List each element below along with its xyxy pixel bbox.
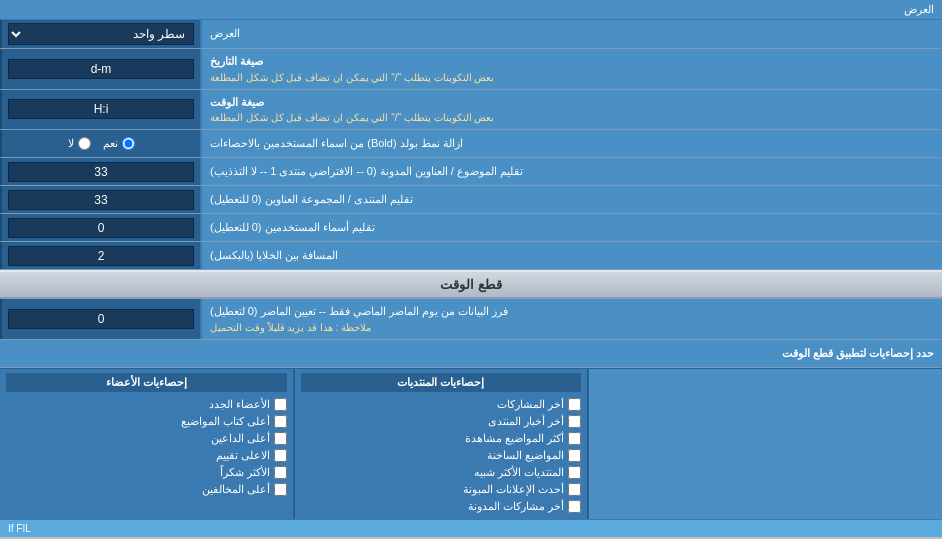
time-cutoff-input-wrap[interactable]: 0 bbox=[0, 299, 200, 339]
col2-check-0[interactable] bbox=[274, 398, 287, 411]
col1-check-1[interactable] bbox=[568, 415, 581, 428]
display-mode-row: العرض سطر واحد عدة أسطر bbox=[0, 20, 942, 49]
page-title: العرض bbox=[904, 3, 934, 16]
date-format-input[interactable]: d-m bbox=[8, 59, 194, 79]
col2-checkboxes: إحصاءيات الأعضاء الأعضاء الجدد أعلى كتاب… bbox=[0, 369, 293, 519]
time-format-input-wrap[interactable]: H:i bbox=[0, 90, 200, 130]
bold-remove-label: ازالة نمط بولد (Bold) من اسماء المستخدمي… bbox=[200, 130, 942, 157]
col1-check-2[interactable] bbox=[568, 432, 581, 445]
col1-item-5: أحدث الإعلانات المبونة bbox=[301, 481, 582, 498]
col1-item-6: أخر مشاركات المدونة bbox=[301, 498, 582, 515]
cell-spacing-input[interactable]: 2 bbox=[8, 246, 194, 266]
col2-check-2[interactable] bbox=[274, 432, 287, 445]
time-cutoff-input[interactable]: 0 bbox=[8, 309, 194, 329]
col2-check-3[interactable] bbox=[274, 449, 287, 462]
cell-spacing-input-wrap[interactable]: 2 bbox=[0, 242, 200, 269]
time-format-label: صيغة الوقت بعض التكوينات يتطلب "/" التي … bbox=[200, 90, 942, 130]
col1-check-0[interactable] bbox=[568, 398, 581, 411]
cell-spacing-label: المسافة بين الخلايا (بالبكسل) bbox=[200, 242, 942, 269]
subject-order-input[interactable]: 33 bbox=[8, 162, 194, 182]
users-order-row: تقليم أسماء المستخدمين (0 للتعطيل) 0 bbox=[0, 214, 942, 242]
col2-header: إحصاءيات الأعضاء bbox=[6, 373, 287, 392]
time-cutoff-label: فرز البيانات من يوم الماضر الماضي فقط --… bbox=[200, 299, 942, 339]
col1-check-5[interactable] bbox=[568, 483, 581, 496]
col2-item-4: الأكثر شكراً bbox=[6, 464, 287, 481]
subject-order-input-wrap[interactable]: 33 bbox=[0, 158, 200, 185]
col2-check-1[interactable] bbox=[274, 415, 287, 428]
bold-remove-row: ازالة نمط بولد (Bold) من اسماء المستخدمي… bbox=[0, 130, 942, 158]
users-order-label: تقليم أسماء المستخدمين (0 للتعطيل) bbox=[200, 214, 942, 241]
forum-order-input-wrap[interactable]: 33 bbox=[0, 186, 200, 213]
bold-radio-no[interactable]: لا bbox=[68, 137, 91, 150]
date-format-label: صيغة التاريخ بعض التكوينات يتطلب "/" الت… bbox=[200, 49, 942, 89]
bottom-note: If FIL bbox=[0, 519, 942, 537]
col2-item-1: أعلى كتاب المواضيع bbox=[6, 413, 287, 430]
display-mode-input[interactable]: سطر واحد عدة أسطر bbox=[0, 20, 200, 48]
users-order-input[interactable]: 0 bbox=[8, 218, 194, 238]
col2-item-5: أعلى المخالفين bbox=[6, 481, 287, 498]
col2-item-3: الاعلى تقييم bbox=[6, 447, 287, 464]
col2-item-0: الأعضاء الجدد bbox=[6, 396, 287, 413]
col1-header: إحصاءيات المنتديات bbox=[301, 373, 582, 392]
time-cutoff-row: فرز البيانات من يوم الماضر الماضي فقط --… bbox=[0, 299, 942, 340]
display-mode-label: العرض bbox=[200, 20, 942, 48]
col1-check-4[interactable] bbox=[568, 466, 581, 479]
col1-checkboxes: إحصاءيات المنتديات أخر المشاركات أخر أخب… bbox=[293, 369, 588, 519]
col2-check-5[interactable] bbox=[274, 483, 287, 496]
col1-item-1: أخر أخبار المنتدى bbox=[301, 413, 582, 430]
users-order-input-wrap[interactable]: 0 bbox=[0, 214, 200, 241]
forum-order-row: تقليم المنتدى / المجموعة العناوين (0 للت… bbox=[0, 186, 942, 214]
date-format-row: صيغة التاريخ بعض التكوينات يتطلب "/" الت… bbox=[0, 49, 942, 90]
bold-radio-yes[interactable]: نعم bbox=[103, 137, 135, 150]
col2-item-2: أعلى الداعين bbox=[6, 430, 287, 447]
stats-section-row: حدد إحصاءيات لتطبيق قطع الوقت bbox=[0, 340, 942, 368]
time-cutoff-section-header: قطع الوقت bbox=[0, 270, 942, 299]
top-header: العرض bbox=[0, 0, 942, 20]
cell-spacing-row: المسافة بين الخلايا (بالبكسل) 2 bbox=[0, 242, 942, 270]
stats-empty-label bbox=[587, 369, 942, 519]
col2-check-4[interactable] bbox=[274, 466, 287, 479]
subject-order-row: تقليم الموضوع / العناوين المدونة (0 -- ا… bbox=[0, 158, 942, 186]
time-format-input[interactable]: H:i bbox=[8, 99, 194, 119]
col1-item-3: المواضيع الساخنة bbox=[301, 447, 582, 464]
stats-section-label: حدد إحصاءيات لتطبيق قطع الوقت bbox=[8, 347, 934, 360]
forum-order-label: تقليم المنتدى / المجموعة العناوين (0 للت… bbox=[200, 186, 942, 213]
bold-remove-input-wrap[interactable]: نعم لا bbox=[0, 130, 200, 157]
bold-radio-group: نعم لا bbox=[68, 137, 135, 150]
col1-item-2: أكثر المواضيع مشاهدة bbox=[301, 430, 582, 447]
col1-check-3[interactable] bbox=[568, 449, 581, 462]
col1-item-4: المنتديات الأكثر شبيه bbox=[301, 464, 582, 481]
col1-check-6[interactable] bbox=[568, 500, 581, 513]
time-format-row: صيغة الوقت بعض التكوينات يتطلب "/" التي … bbox=[0, 90, 942, 131]
main-container: العرض العرض سطر واحد عدة أسطر صيغة التار… bbox=[0, 0, 942, 537]
display-mode-select[interactable]: سطر واحد عدة أسطر bbox=[8, 23, 194, 45]
subject-order-label: تقليم الموضوع / العناوين المدونة (0 -- ا… bbox=[200, 158, 942, 185]
checkboxes-area: إحصاءيات المنتديات أخر المشاركات أخر أخب… bbox=[0, 368, 942, 519]
col1-item-0: أخر المشاركات bbox=[301, 396, 582, 413]
date-format-input-wrap[interactable]: d-m bbox=[0, 49, 200, 89]
forum-order-input[interactable]: 33 bbox=[8, 190, 194, 210]
